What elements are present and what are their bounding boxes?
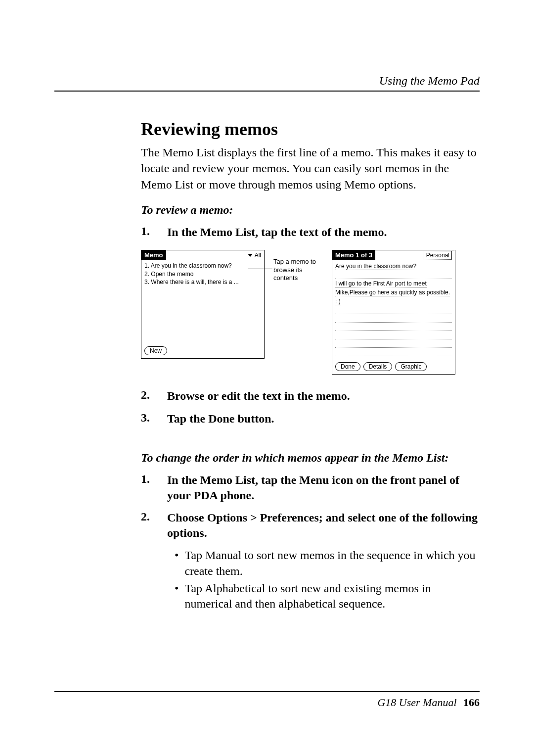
figure-memo-screens: Memo All 1. Are you in the classroom now…	[141, 250, 480, 375]
order-step-2: 2. Choose Options > Preferences; and sel…	[141, 510, 480, 541]
footer-rule	[54, 691, 480, 692]
new-button[interactable]: New	[144, 346, 167, 355]
list-item[interactable]: 3. Where there is a will, there is a ...	[144, 278, 261, 286]
memo-list-filter[interactable]: All	[248, 252, 264, 259]
memo-detail-screen: Memo 1 of 3 Personal Are you in the clas…	[332, 250, 455, 375]
bullet-manual: • Tap Manual to sort new memos in the se…	[175, 548, 480, 578]
step-2: 2. Browse or edit the text in the memo.	[141, 388, 480, 404]
memo-detail-body: Are you in the classroom now? I will go …	[332, 260, 455, 360]
bullet-text: Tap Alphabetical to sort new and existin…	[184, 581, 480, 612]
step-number: 1.	[141, 472, 153, 503]
step-text: Browse or edit the text in the memo.	[167, 388, 350, 404]
memo-body-text: I will go to the First Air port to meet …	[335, 279, 452, 306]
running-header: Using the Memo Pad	[54, 74, 480, 88]
bullet-icon: •	[175, 581, 178, 612]
details-button[interactable]: Details	[363, 362, 393, 371]
done-button[interactable]: Done	[335, 362, 360, 371]
memo-detail-title: Memo 1 of 3	[332, 250, 375, 260]
bullet-text: Tap Manual to sort new memos in the sequ…	[184, 548, 480, 578]
step-text: In the Memo List, tap the text of the me…	[167, 225, 387, 240]
category-selector[interactable]: Personal	[424, 251, 452, 260]
step-number: 1.	[141, 225, 153, 240]
step-3: 3. Tap the Done button.	[141, 411, 480, 426]
graphic-button[interactable]: Graphic	[395, 362, 427, 371]
step-number: 2.	[141, 388, 153, 404]
caption-text: Tap a memo to browse its contents	[273, 258, 316, 282]
list-item[interactable]: 1. Are you in the classroom now?	[144, 262, 261, 270]
step-text: In the Memo List, tap the Menu icon on t…	[167, 472, 480, 503]
bullet-icon: •	[175, 548, 178, 578]
step-text: Choose Options > Preferences; and select…	[167, 510, 480, 541]
manual-title: G18 User Manual	[377, 696, 456, 709]
heading-reviewing-memos: Reviewing memos	[141, 119, 480, 140]
order-step-1: 1. In the Memo List, tap the Menu icon o…	[141, 472, 480, 503]
memo-first-line: Are you in the classroom now?	[335, 262, 452, 271]
step-number: 2.	[141, 510, 153, 541]
header-rule	[54, 91, 480, 92]
step-number: 3.	[141, 411, 153, 426]
memo-list-title: Memo	[141, 250, 166, 260]
step-1: 1. In the Memo List, tap the text of the…	[141, 225, 480, 240]
step-text: Tap the Done button.	[167, 411, 274, 426]
memo-list-header: Memo All	[141, 250, 264, 260]
page-number: 166	[463, 696, 480, 709]
chevron-down-icon	[248, 254, 253, 257]
intro-paragraph: The Memo List displays the first line of…	[141, 144, 480, 192]
leader-line	[248, 269, 272, 269]
subhead-change-order: To change the order in which memos appea…	[141, 451, 480, 465]
bullet-alphabetical: • Tap Alphabetical to sort new and exist…	[175, 581, 480, 612]
list-item[interactable]: 2. Open the memo	[144, 270, 261, 278]
page-footer: G18 User Manual 166	[54, 691, 480, 709]
memo-list-body: 1. Are you in the classroom now? 2. Open…	[141, 260, 264, 344]
memo-list-screen: Memo All 1. Are you in the classroom now…	[141, 250, 265, 359]
subhead-review: To review a memo:	[141, 203, 480, 217]
figure-caption: Tap a memo to browse its contents	[273, 258, 323, 282]
filter-label: All	[255, 252, 261, 259]
memo-detail-header: Memo 1 of 3 Personal	[332, 250, 455, 260]
